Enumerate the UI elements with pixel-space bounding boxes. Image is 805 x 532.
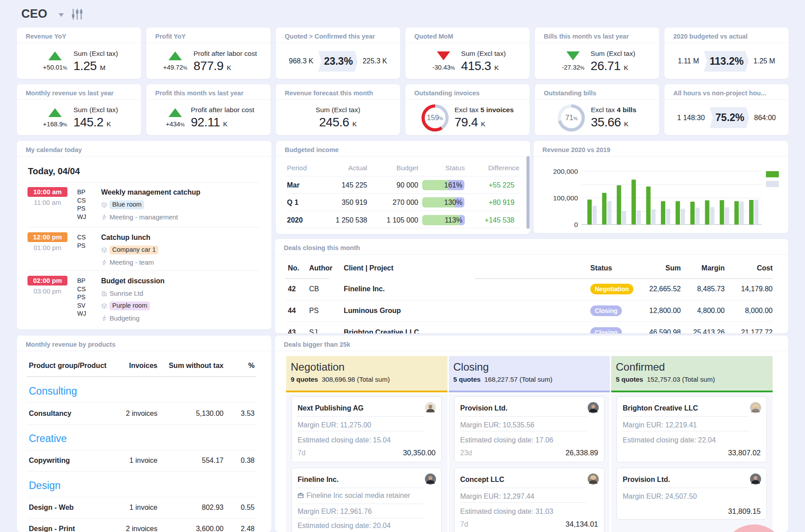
svg-text:200,000: 200,000 — [553, 168, 578, 175]
svg-text:0: 0 — [574, 221, 578, 228]
svg-text:100,000: 100,000 — [553, 194, 578, 202]
